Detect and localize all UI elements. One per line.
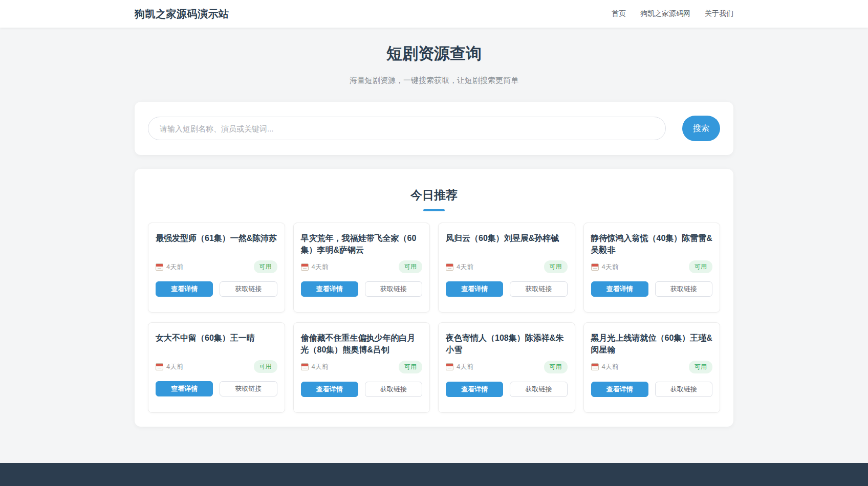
drama-date: 4天前 [602,262,619,272]
get-link-button[interactable]: 获取链接 [220,381,277,396]
status-badge: 可用 [254,360,277,373]
status-badge: 可用 [399,260,422,273]
drama-title: 偷偷藏不住重生偏执少年的白月光（80集）熊奥博&吕钊 [301,333,423,356]
status-badge: 可用 [544,260,568,273]
get-link-button[interactable]: 获取链接 [655,281,712,297]
footer [0,463,868,486]
drama-date: 4天前 [457,362,473,371]
drama-title: 凤归云（60集）刘昱展&孙梓铖 [446,233,568,256]
site-brand: 狗凯之家源码演示站 [135,7,229,21]
view-detail-button[interactable]: 查看详情 [301,382,358,397]
nav-link-source-site[interactable]: 狗凯之家源码网 [640,9,690,18]
drama-date: 4天前 [457,262,473,272]
drama-card: 凤归云（60集）刘昱展&孙梓铖 4天前 可用 查看详情 获取链接 [438,223,575,313]
content-spacer [0,427,868,463]
calendar-icon [156,263,163,271]
search-input[interactable] [148,117,666,140]
top-navbar: 狗凯之家源码演示站 首页 狗凯之家源码网 关于我们 [0,0,868,28]
status-badge: 可用 [399,361,422,373]
drama-title: 夜色寄情人（108集）陈添祥&朱小雪 [446,333,568,356]
drama-title: 静待惊鸿入翁慌（40集）陈雷雷&吴毅非 [591,233,713,256]
nav-link-home[interactable]: 首页 [612,9,626,18]
get-link-button[interactable]: 获取链接 [655,382,712,397]
get-link-button[interactable]: 获取链接 [510,382,567,397]
drama-card: 旱灾荒年，我福娃带飞全家（60集）李明&萨钢云 4天前 可用 查看详情 获取链接 [293,223,430,313]
drama-title: 女大不中留（60集）王一晴 [156,333,277,356]
hero-section: 短剧资源查询 海量短剧资源，一键搜索获取，让短剧搜索更简单 [0,28,868,85]
drama-card: 黑月光上线请就位（60集）王瑾&闵星翰 4天前 可用 查看详情 获取链接 [583,322,721,412]
drama-card: 夜色寄情人（108集）陈添祥&朱小雪 4天前 可用 查看详情 获取链接 [438,322,575,412]
status-badge: 可用 [254,260,277,273]
drama-card: 偷偷藏不住重生偏执少年的白月光（80集）熊奥博&吕钊 4天前 可用 查看详情 获… [293,322,430,412]
calendar-icon [446,363,453,370]
calendar-icon [446,263,453,271]
main-nav: 首页 狗凯之家源码网 关于我们 [612,9,733,18]
drama-card-grid: 最强发型师（61集）一然&陈沛苏 4天前 可用 查看详情 获取链接 旱灾 [148,223,720,413]
drama-title: 最强发型师（61集）一然&陈沛苏 [156,233,277,256]
view-detail-button[interactable]: 查看详情 [591,382,648,397]
drama-title: 黑月光上线请就位（60集）王瑾&闵星翰 [591,333,713,356]
status-badge: 可用 [544,361,568,373]
search-button[interactable]: 搜索 [682,116,720,141]
drama-card: 最强发型师（61集）一然&陈沛苏 4天前 可用 查看详情 获取链接 [148,223,285,313]
get-link-button[interactable]: 获取链接 [220,281,277,297]
drama-date: 4天前 [312,262,329,272]
drama-date: 4天前 [166,262,183,272]
view-detail-button[interactable]: 查看详情 [301,281,358,297]
drama-card: 静待惊鸿入翁慌（40集）陈雷雷&吴毅非 4天前 可用 查看详情 获取链接 [583,223,721,313]
drama-date: 4天前 [166,362,183,371]
drama-card: 女大不中留（60集）王一晴 4天前 可用 查看详情 获取链接 [148,322,285,412]
calendar-icon [301,363,309,370]
calendar-icon [591,263,599,271]
calendar-icon [591,363,599,370]
page-subtitle: 海量短剧资源，一键搜索获取，让短剧搜索更简单 [0,76,868,85]
drama-date: 4天前 [602,362,619,371]
status-badge: 可用 [689,361,712,373]
get-link-button[interactable]: 获取链接 [510,281,567,297]
get-link-button[interactable]: 获取链接 [365,281,422,297]
calendar-icon [156,363,163,370]
section-title: 今日推荐 [148,187,720,203]
drama-title: 旱灾荒年，我福娃带飞全家（60集）李明&萨钢云 [301,233,423,256]
page: 狗凯之家源码演示站 首页 狗凯之家源码网 关于我们 短剧资源查询 海量短剧资源，… [0,0,868,486]
status-badge: 可用 [689,260,712,273]
recommendations-panel: 今日推荐 最强发型师（61集）一然&陈沛苏 4天前 可用 查看详情 获取链接 [135,169,733,427]
view-detail-button[interactable]: 查看详情 [156,381,213,396]
nav-link-about[interactable]: 关于我们 [705,9,733,18]
calendar-icon [301,263,309,271]
search-panel: 搜索 [135,102,733,155]
section-title-underline [423,209,445,211]
view-detail-button[interactable]: 查看详情 [591,281,648,297]
page-title: 短剧资源查询 [0,43,868,64]
view-detail-button[interactable]: 查看详情 [156,281,213,297]
view-detail-button[interactable]: 查看详情 [446,281,503,297]
view-detail-button[interactable]: 查看详情 [446,382,503,397]
drama-date: 4天前 [312,362,329,371]
get-link-button[interactable]: 获取链接 [365,382,422,397]
